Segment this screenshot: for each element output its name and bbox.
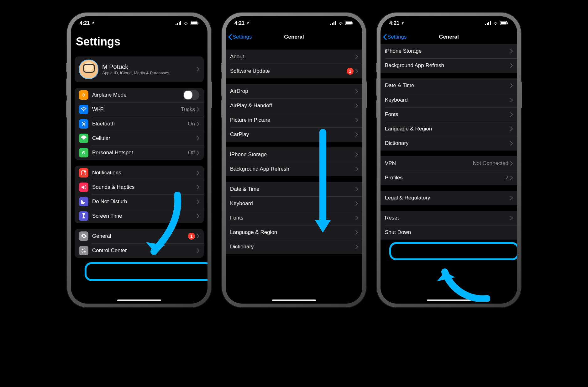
chevron-right-icon [197, 136, 199, 140]
location-icon [246, 21, 249, 25]
back-button[interactable]: Settings [381, 34, 407, 40]
gear-icon [79, 231, 88, 241]
chevron-right-icon [355, 89, 358, 93]
svg-rect-14 [332, 23, 333, 25]
svg-rect-18 [346, 22, 352, 24]
home-indicator[interactable] [117, 300, 161, 301]
chevron-right-icon [510, 112, 513, 117]
chevron-right-icon [510, 127, 513, 131]
row-airplay-handoff[interactable]: AirPlay & Handoff [226, 98, 362, 113]
row-personal-hotspot[interactable]: Personal Hotspot Off [75, 146, 204, 160]
row-profiles[interactable]: Profiles2 [381, 171, 517, 185]
home-indicator[interactable] [427, 300, 471, 301]
svg-rect-27 [507, 23, 508, 24]
row-iphone-storage[interactable]: iPhone Storage [381, 44, 517, 58]
apple-id-row[interactable]: M Potuck Apple ID, iCloud, Media & Purch… [75, 56, 204, 82]
screentime-icon [79, 211, 88, 221]
row-about[interactable]: About [226, 50, 362, 64]
row-date-time[interactable]: Date & Time [381, 78, 517, 93]
chevron-left-icon [228, 34, 232, 40]
row-screen-time[interactable]: Screen Time [75, 209, 204, 223]
row-fonts[interactable]: Fonts [226, 211, 362, 225]
chevron-right-icon [510, 161, 513, 166]
row-dictionary[interactable]: Dictionary [226, 240, 362, 254]
cellular-icon [485, 21, 491, 25]
row-dictionary[interactable]: Dictionary [381, 136, 517, 151]
battery-icon [500, 21, 508, 25]
chevron-right-icon [355, 103, 358, 108]
svg-rect-22 [487, 23, 488, 25]
chevron-right-icon [355, 187, 358, 191]
location-icon [401, 21, 404, 25]
svg-rect-24 [490, 21, 491, 25]
svg-point-8 [84, 171, 86, 172]
chevron-right-icon [197, 199, 199, 204]
svg-rect-1 [177, 23, 178, 25]
home-indicator[interactable] [272, 300, 316, 301]
svg-rect-15 [333, 22, 334, 25]
row-iphone-storage[interactable]: iPhone Storage [226, 147, 362, 162]
row-fonts[interactable]: Fonts [381, 107, 517, 122]
chevron-right-icon [197, 234, 199, 238]
row-picture-in-picture[interactable]: Picture in Picture [226, 113, 362, 127]
back-button[interactable]: Settings [226, 34, 252, 40]
chevron-right-icon [197, 151, 199, 155]
tutorial-arrow-icon [434, 258, 490, 302]
row-language-region[interactable]: Language & Region [381, 122, 517, 136]
row-carplay[interactable]: CarPlay [226, 127, 362, 142]
chevron-right-icon [510, 141, 513, 146]
status-time: 4:21 [80, 20, 95, 26]
phone-frame-1: 4:21 Settings M Potuck [67, 13, 211, 307]
chevron-right-icon [355, 167, 358, 171]
row-background-app-refresh[interactable]: Background App Refresh [226, 162, 362, 176]
row-date-time[interactable]: Date & Time [226, 182, 362, 196]
svg-rect-19 [353, 23, 353, 24]
row-shut-down[interactable]: Shut Down [381, 225, 517, 240]
notch [263, 16, 325, 26]
row-vpn[interactable]: VPNNot Connected [381, 156, 517, 171]
row-cellular[interactable]: Cellular [75, 131, 204, 146]
wifi-icon [493, 21, 498, 25]
row-legal-regulatory[interactable]: Legal & Regulatory [381, 191, 517, 205]
wifi-icon [183, 21, 189, 25]
wifi-settings-icon [79, 105, 88, 114]
svg-rect-0 [176, 24, 176, 25]
notch [108, 16, 171, 26]
row-keyboard[interactable]: Keyboard [226, 196, 362, 211]
svg-rect-26 [501, 22, 507, 24]
row-keyboard[interactable]: Keyboard [381, 93, 517, 107]
row-airplane-mode[interactable]: ✈︎ Airplane Mode [75, 88, 204, 102]
row-bluetooth[interactable]: Bluetooth On [75, 117, 204, 131]
hotspot-icon [79, 148, 88, 157]
avatar [79, 60, 98, 79]
notch [417, 16, 480, 26]
airplane-toggle[interactable] [183, 90, 199, 100]
chevron-right-icon [510, 83, 513, 88]
chevron-left-icon [383, 34, 387, 40]
row-general[interactable]: General 1 [75, 229, 204, 243]
chevron-right-icon [510, 98, 513, 102]
location-icon [91, 21, 95, 25]
svg-point-10 [84, 251, 86, 252]
row-airdrop[interactable]: AirDrop [226, 84, 362, 98]
row-wifi[interactable]: Wi-Fi Tucks [75, 102, 204, 117]
chevron-right-icon [510, 176, 513, 180]
wifi-icon [338, 21, 344, 25]
chevron-right-icon [510, 196, 513, 200]
row-background-app-refresh[interactable]: Background App Refresh [381, 58, 517, 73]
row-notifications[interactable]: Notifications [75, 166, 204, 180]
row-reset[interactable]: Reset [381, 211, 517, 225]
row-sounds-haptics[interactable]: Sounds & Haptics [75, 180, 204, 194]
chevron-right-icon [197, 214, 199, 218]
row-software-update[interactable]: Software Update1 [226, 64, 362, 78]
row-control-center[interactable]: Control Center [75, 243, 204, 258]
svg-rect-12 [82, 251, 83, 252]
svg-rect-23 [488, 22, 489, 25]
chevron-right-icon [355, 132, 358, 137]
row-do-not-disturb[interactable]: Do Not Disturb [75, 194, 204, 209]
svg-rect-3 [180, 21, 181, 25]
row-language-region[interactable]: Language & Region [226, 225, 362, 240]
chevron-right-icon [197, 67, 199, 72]
phone-frame-2: 4:21 Settings General About [222, 13, 366, 307]
sounds-icon [79, 183, 88, 192]
